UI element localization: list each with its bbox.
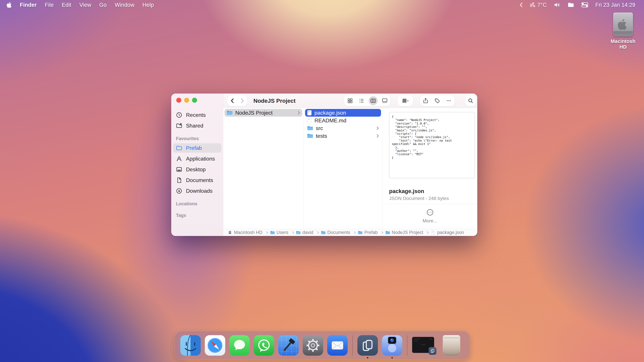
column-parent: NodeJS Project: [223, 108, 304, 229]
running-indicator: [392, 357, 393, 359]
weather-status[interactable]: 7°C: [530, 2, 546, 8]
temperature-label: 7°C: [537, 2, 546, 8]
folder-icon: [270, 231, 275, 235]
path-segment-package-json[interactable]: package.json: [431, 230, 464, 235]
sidebar-item-shared[interactable]: Shared: [173, 121, 221, 130]
more-actions-button[interactable]: [443, 95, 454, 106]
view-as-list-button[interactable]: [356, 95, 367, 106]
dock-whatsapp-icon[interactable]: [254, 335, 274, 356]
preview-pane: { "name": "NodeJS Project", "version": "…: [382, 108, 477, 229]
chevron-right-icon: [266, 231, 268, 234]
back-button[interactable]: [227, 95, 238, 106]
menu-view[interactable]: View: [79, 2, 91, 8]
volume-icon[interactable]: [554, 2, 560, 7]
chevron-down-icon: [407, 100, 408, 101]
view-as-columns-button[interactable]: [367, 95, 379, 106]
sidebar-item-documents[interactable]: Documents: [173, 175, 221, 185]
path-segment-david[interactable]: david: [296, 230, 321, 235]
sidebar-item-recents[interactable]: Recents: [173, 110, 221, 120]
dock-mail-icon[interactable]: [327, 335, 348, 356]
sidebar-item-desktop[interactable]: Desktop: [173, 165, 221, 174]
menu-file[interactable]: File: [45, 2, 54, 8]
chevron-right-icon: [297, 111, 300, 115]
dock-xcode-icon[interactable]: [278, 335, 299, 356]
file-row-nodejs-project[interactable]: NodeJS Project: [224, 109, 302, 117]
document-icon: [307, 118, 312, 123]
dock-screen-mirroring-app-icon[interactable]: [358, 335, 378, 356]
apple-logo-icon[interactable]: [7, 1, 12, 8]
sidebar-item-downloads[interactable]: Downloads: [173, 186, 221, 196]
menubar-collapse-chevron-icon[interactable]: [520, 2, 522, 7]
menu-help[interactable]: Help: [142, 2, 154, 8]
ellipsis-circle-icon: [426, 209, 434, 216]
chevron-right-icon: [376, 134, 379, 138]
sidebar-section-tags: Tags: [173, 209, 221, 220]
navigation-buttons: [227, 95, 247, 106]
menu-go[interactable]: Go: [99, 2, 107, 8]
sidebar-section-favourites: Favourites: [173, 132, 221, 143]
finder-sidebar: Recents Shared Favourites Prefab Applica…: [171, 93, 223, 236]
app-badge-icon: [429, 347, 436, 355]
sidebar-item-label: Desktop: [186, 166, 206, 173]
file-name: src: [316, 125, 373, 131]
dock-messages-icon[interactable]: [229, 335, 250, 356]
chevron-right-icon: [317, 231, 319, 234]
more-info-button[interactable]: More...: [382, 209, 477, 224]
search-button[interactable]: [465, 95, 476, 106]
minimize-button[interactable]: [184, 98, 189, 103]
path-segment-macintosh-hd[interactable]: Macintosh HD: [228, 230, 270, 235]
dock-trash-icon[interactable]: [441, 335, 462, 356]
close-button[interactable]: [176, 98, 181, 103]
view-as-icons-button[interactable]: [344, 95, 356, 106]
path-segment-documents[interactable]: Documents: [321, 230, 358, 235]
forward-button[interactable]: [238, 95, 248, 106]
path-bar: Macintosh HD Users david Documents Prefa…: [223, 229, 477, 236]
finder-window: Recents Shared Favourites Prefab Applica…: [171, 93, 477, 236]
path-segment-nodejs-project[interactable]: NodeJS Project: [386, 230, 431, 235]
search-icon: [468, 98, 474, 104]
folder-icon: [386, 231, 390, 235]
files-folder-icon[interactable]: [568, 2, 574, 7]
file-row-package-json[interactable]: package.json: [305, 109, 381, 117]
document-icon: [307, 110, 312, 116]
desktop-drive-macintosh-hd[interactable]: Macintosh HD: [609, 12, 637, 50]
column-view: NodeJS Project package.json README.md: [223, 108, 477, 229]
menu-edit[interactable]: Edit: [62, 2, 71, 8]
file-row-tests[interactable]: tests: [305, 132, 381, 140]
wind-icon: [530, 2, 536, 7]
view-mode-switcher: [344, 95, 390, 106]
file-name: tests: [316, 133, 373, 139]
file-row-readme-md[interactable]: README.md: [305, 117, 381, 124]
sidebar-item-label: Documents: [186, 177, 213, 183]
dock-separator: [407, 335, 407, 356]
sidebar-item-applications[interactable]: Applications: [173, 154, 221, 163]
dock-camera-app-icon[interactable]: [382, 335, 402, 356]
hard-drive-icon: [613, 12, 633, 36]
sidebar-item-label: Prefab: [186, 145, 202, 151]
applications-icon: [176, 156, 182, 162]
dock-safari-icon[interactable]: [205, 335, 225, 356]
view-as-gallery-button[interactable]: [379, 95, 390, 106]
path-segment-users[interactable]: Users: [270, 230, 296, 235]
window-controls: [176, 98, 197, 103]
path-segment-prefab[interactable]: Prefab: [358, 230, 386, 235]
apple-logo-icon: [618, 18, 628, 31]
folder-icon: [358, 231, 362, 235]
tags-button[interactable]: [431, 95, 443, 106]
dock-minimized-window[interactable]: [412, 335, 437, 356]
dock-finder-icon[interactable]: [180, 335, 201, 356]
chevron-right-icon: [427, 231, 429, 234]
file-row-src[interactable]: src: [305, 124, 381, 132]
clock-label[interactable]: Fri 23 Jan 14:29: [595, 2, 635, 8]
shared-folder-icon: [176, 122, 182, 129]
zoom-button[interactable]: [192, 98, 197, 103]
control-center-icon[interactable]: [581, 2, 588, 7]
share-button[interactable]: [420, 95, 431, 106]
folder-icon: [321, 231, 326, 235]
dock-system-settings-icon[interactable]: [303, 335, 323, 356]
folder-icon: [176, 145, 182, 151]
menu-app-name[interactable]: Finder: [20, 2, 37, 8]
menu-window[interactable]: Window: [115, 2, 134, 8]
sidebar-item-prefab[interactable]: Prefab: [173, 143, 221, 153]
group-by-button[interactable]: [398, 95, 413, 106]
